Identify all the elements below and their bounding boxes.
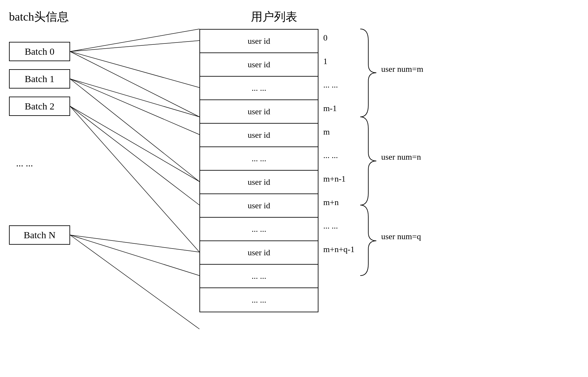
batch-box-N: Batch N [9, 225, 70, 245]
svg-line-1 [70, 52, 199, 117]
user-row-1: user id [200, 53, 318, 77]
user-row-8: ... ... [200, 218, 318, 241]
user-table: user id user id ... ... user id user id … [199, 29, 318, 312]
usernum-q: user num=q [381, 232, 421, 241]
index-dots3: ... ... [323, 221, 338, 231]
user-row-5: ... ... [200, 147, 318, 171]
svg-line-2 [70, 41, 199, 52]
index-0: 0 [323, 33, 327, 43]
svg-line-9 [70, 106, 199, 252]
batch-box-2: Batch 2 [9, 97, 70, 116]
dots-middle: ... ... [16, 158, 33, 169]
user-row-6: user id [200, 171, 318, 194]
user-row-7: user id [200, 194, 318, 218]
title-batch: batch头信息 [9, 9, 69, 25]
user-row-9: user id [200, 241, 318, 265]
svg-line-4 [70, 79, 199, 117]
index-m: m [323, 127, 330, 137]
index-dots2: ... ... [323, 151, 338, 160]
index-1: 1 [323, 57, 327, 66]
user-row-4: user id [200, 124, 318, 147]
index-dots1: ... ... [323, 80, 338, 90]
svg-line-8 [70, 106, 199, 205]
user-row-10: ... ... [200, 265, 318, 288]
svg-line-0 [70, 29, 199, 52]
index-mpn1: m+n-1 [323, 174, 346, 184]
svg-line-10 [70, 235, 199, 252]
svg-line-6 [70, 79, 199, 182]
index-mpnpq1: m+n+q-1 [323, 245, 354, 254]
usernum-n: user num=n [381, 152, 421, 162]
index-mpn: m+n [323, 198, 339, 207]
svg-line-12 [70, 235, 199, 329]
svg-line-5 [70, 79, 199, 135]
svg-line-11 [70, 235, 199, 276]
batch-box-1: Batch 1 [9, 69, 70, 89]
svg-line-7 [70, 106, 199, 182]
svg-line-3 [70, 52, 199, 88]
usernum-m: user num=m [381, 64, 423, 74]
user-row-11: ... ... [200, 288, 318, 312]
title-userlist: 用户列表 [251, 9, 297, 25]
batch-box-0: Batch 0 [9, 42, 70, 61]
index-m1: m-1 [323, 104, 337, 113]
user-row-0: user id [200, 30, 318, 53]
user-row-2: ... ... [200, 77, 318, 100]
main-container: batch头信息 用户列表 Batch 0 Batch 1 Batch 2 ..… [0, 0, 588, 377]
user-row-3: user id [200, 100, 318, 124]
